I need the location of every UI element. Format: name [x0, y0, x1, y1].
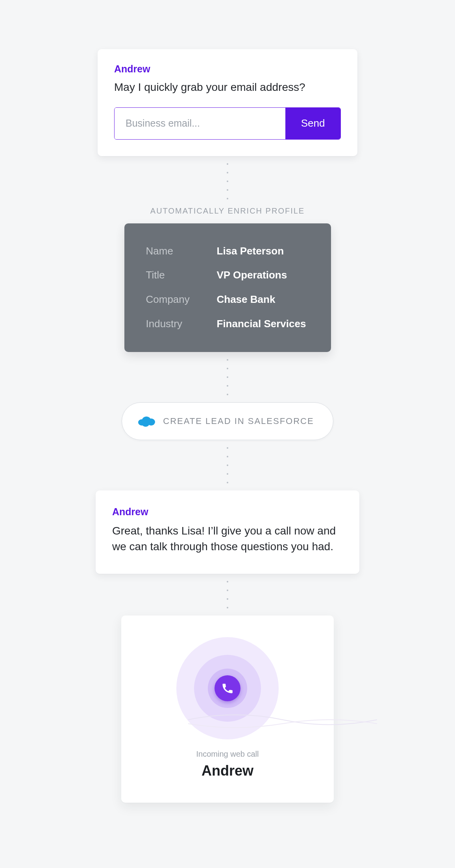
profile-card: Name Lisa Peterson Title VP Operations C… [124, 223, 331, 352]
profile-label: Title [146, 269, 217, 282]
incoming-call-label: Incoming web call [137, 750, 318, 759]
salesforce-icon [138, 415, 155, 427]
call-ripple [176, 637, 279, 739]
chat-message: Great, thanks Lisa! I’ll give you a call… [112, 523, 343, 555]
chat-card-request-email: Andrew May I quickly grab your email add… [98, 49, 357, 156]
create-lead-salesforce-button[interactable]: CREATE LEAD IN SALESFORCE [122, 402, 333, 440]
profile-label: Name [146, 245, 217, 258]
step-label-enrich: AUTOMATICALLY ENRICH PROFILE [150, 206, 305, 216]
profile-label: Industry [146, 317, 217, 331]
profile-value: Chase Bank [217, 293, 309, 306]
profile-row-name: Name Lisa Peterson [146, 239, 309, 264]
profile-row-title: Title VP Operations [146, 263, 309, 287]
phone-icon [215, 675, 240, 701]
caller-name: Andrew [137, 763, 318, 779]
profile-value: Lisa Peterson [217, 245, 309, 258]
incoming-call-card: Incoming web call Andrew [121, 616, 334, 803]
profile-row-company: Company Chase Bank [146, 287, 309, 312]
profile-label: Company [146, 293, 217, 306]
business-email-input[interactable] [115, 108, 285, 139]
sender-name: Andrew [114, 63, 341, 75]
profile-value: Financial Services [217, 317, 309, 331]
email-input-row: Send [114, 107, 341, 140]
connector-dots [227, 574, 228, 616]
svg-point-3 [142, 421, 149, 427]
chat-message: May I quickly grab your email address? [114, 79, 341, 96]
flow-canvas: Andrew May I quickly grab your email add… [0, 0, 455, 868]
create-lead-label: CREATE LEAD IN SALESFORCE [163, 416, 314, 426]
send-button[interactable]: Send [285, 108, 340, 139]
connector-dots [227, 352, 228, 402]
connector-dots [227, 156, 228, 206]
connector-dots [227, 440, 228, 490]
chat-card-followup: Andrew Great, thanks Lisa! I’ll give you… [96, 490, 359, 574]
profile-value: VP Operations [217, 269, 309, 282]
sender-name: Andrew [112, 506, 343, 518]
profile-row-industry: Industry Financial Services [146, 312, 309, 336]
